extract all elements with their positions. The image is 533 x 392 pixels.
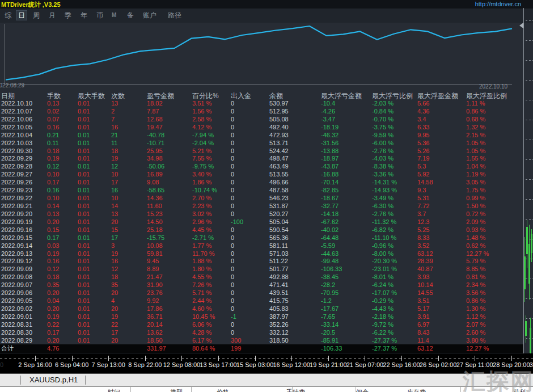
- table-cell: -28.2: [321, 281, 372, 289]
- table-cell: 3.40 %: [192, 171, 231, 179]
- table-cell: -50.06: [147, 163, 192, 171]
- website-link[interactable]: http://mtdriver.cn: [475, 1, 521, 7]
- table-cell: 0: [231, 195, 269, 203]
- menu-item-2[interactable]: 日: [16, 10, 27, 20]
- table-cell: 0.12: [47, 163, 78, 171]
- table-row: 2022.09.160.150.011525.184.45 %0590.54-4…: [0, 226, 523, 234]
- table-cell: -99.48: [321, 258, 372, 265]
- menu-item-path[interactable]: 路径: [168, 11, 181, 20]
- table-cell: 2022.09.22: [1, 195, 47, 203]
- menu-item-4[interactable]: 月: [49, 11, 56, 20]
- terminal-column-fragment: 手续费: [286, 388, 305, 392]
- total-cell: [269, 344, 321, 353]
- table-cell: 2022.09.16: [1, 226, 47, 234]
- table-cell: -40.78: [147, 132, 192, 140]
- table-cell: 17: [111, 179, 147, 187]
- table-cell: 0.01: [78, 116, 111, 124]
- table-row: 2022.09.220.100.011014.362.70 %0546.23-1…: [0, 195, 523, 203]
- time-axis-label: 13 Sep 17:00: [200, 361, 236, 368]
- table-cell: 0.01: [78, 226, 111, 234]
- table-row: 2022.09.050.040.0149.922.44 %0415.75-1.2…: [0, 297, 523, 305]
- table-cell: 0: [231, 155, 269, 163]
- table-cell: -33.14: [321, 321, 372, 329]
- table-cell: 3.7: [417, 210, 466, 218]
- table-cell: 31.90: [147, 281, 192, 289]
- table-row: 2022.10.070.020.0127.871.56 %0512.95-4.2…: [0, 108, 523, 116]
- menu-item-1[interactable]: 综: [5, 11, 11, 20]
- table-cell: 492.40: [269, 124, 321, 132]
- menu-item-7[interactable]: 币: [96, 11, 103, 20]
- price-tick: [526, 100, 533, 100]
- table-cell: -18.97: [321, 155, 372, 163]
- table-cell: 17: [111, 329, 147, 337]
- table-cell: 2022.09.20: [1, 210, 47, 218]
- table-cell: 28.39: [417, 258, 466, 265]
- time-axis-tick: [475, 356, 475, 361]
- time-axis-label: 16 Sep 12:00: [273, 361, 310, 368]
- time-axis-label: 7 Sep 13:00: [92, 361, 125, 368]
- chart-end-date: 2022.10.10: [479, 83, 507, 90]
- table-cell: 15: [111, 226, 147, 234]
- table-cell: 0: [231, 187, 269, 195]
- total-cell: 合计: [1, 344, 47, 353]
- table-cell: 0.01: [78, 155, 111, 163]
- table-cell: -32.77: [321, 203, 372, 210]
- table-cell: 1.04 %: [466, 163, 523, 171]
- chart-tab-bar: XAUUSD.p,H1: [0, 373, 533, 386]
- table-cell: 35: [111, 281, 147, 289]
- candle-body: [524, 256, 526, 289]
- menu-item-3[interactable]: 周: [33, 11, 40, 20]
- table-cell: 0.20: [47, 337, 78, 345]
- table-cell: 3: [111, 242, 147, 250]
- table-cell: 487.58: [269, 187, 321, 195]
- table-cell: 0.18: [47, 147, 78, 155]
- table-cell: 0.01: [78, 329, 111, 337]
- terminal-column-fragment: 价格: [217, 388, 229, 392]
- table-cell: 10.14: [417, 281, 466, 289]
- table-cell: 405.83: [269, 305, 321, 313]
- table-cell: 3.51 %: [192, 100, 231, 108]
- table-cell: 0: [231, 305, 269, 313]
- table-row: 2022.08.300.170.011713.624.28 %0332.12-2…: [0, 329, 523, 337]
- table-cell: 2022.09.06: [1, 289, 47, 297]
- price-tick: [526, 219, 533, 220]
- table-cell: 352.26: [269, 321, 321, 329]
- table-cell: 498.47: [269, 155, 321, 163]
- table-cell: 11: [111, 140, 147, 147]
- table-cell: -3.47: [321, 116, 372, 124]
- table-cell: -14.31 %: [372, 179, 417, 187]
- menu-item-8[interactable]: M: [112, 11, 116, 20]
- table-cell: 0.16: [47, 187, 78, 195]
- table-cell: 0.01: [78, 258, 111, 265]
- table-cell: 1.12 %: [466, 313, 523, 321]
- table-cell: 8.85 %: [466, 265, 523, 273]
- table-row: 2022.10.100.130.011318.023.51 %0530.97-1…: [0, 100, 523, 108]
- table-cell: 15.23: [147, 210, 192, 218]
- scroll-left-arrow-icon[interactable]: [519, 23, 523, 28]
- menu-item-5[interactable]: 季: [65, 11, 71, 20]
- menu-item-10[interactable]: 账户: [143, 11, 156, 20]
- table-cell: 7.72: [417, 203, 466, 210]
- total-cell: [78, 344, 111, 353]
- table-cell: 5.71 %: [192, 289, 231, 297]
- price-tick: [526, 179, 533, 180]
- table-cell: 0.10: [47, 195, 78, 203]
- table-cell: 2.23 %: [192, 203, 231, 210]
- table-row: 2022.09.120.160.01169.451.88 %0511.22-99…: [0, 258, 523, 265]
- table-cell: 2: [111, 108, 147, 116]
- table-cell: 5.92: [417, 171, 466, 179]
- table-cell: 22: [111, 321, 147, 329]
- table-cell: 0: [231, 124, 269, 132]
- table-cell: -70.95: [321, 289, 372, 297]
- table-row: 2022.09.230.160.0116-58.65-10.74 %0487.5…: [0, 187, 523, 195]
- menu-item-9[interactable]: 备: [127, 11, 134, 20]
- table-cell: 581.11: [269, 242, 321, 250]
- candle-body: [526, 227, 528, 254]
- table-cell: 0.01: [78, 337, 111, 345]
- strip-separator: [191, 387, 192, 392]
- time-axis-label: 26 Sep 02:00: [420, 361, 456, 368]
- table-cell: 1.80 %: [192, 265, 231, 273]
- menu-item-6[interactable]: 年: [81, 11, 87, 20]
- table-cell: -70.14: [321, 179, 372, 187]
- tab-xauusd-h1[interactable]: XAUUSD.p,H1: [29, 376, 78, 384]
